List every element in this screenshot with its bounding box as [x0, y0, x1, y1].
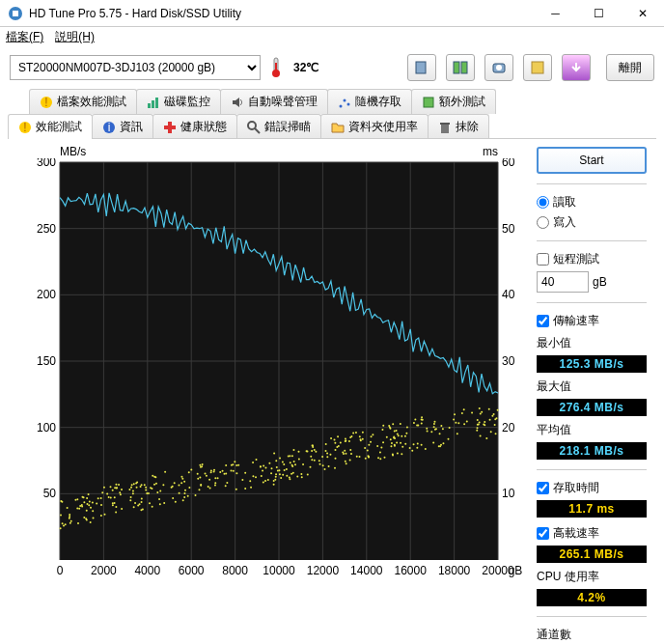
svg-point-208	[349, 449, 351, 451]
svg-point-405	[140, 486, 142, 488]
svg-point-410	[85, 518, 87, 519]
svg-point-383	[79, 505, 81, 507]
svg-point-399	[282, 474, 284, 476]
transfer-rate-checkbox[interactable]: 傳輸速率	[537, 313, 647, 329]
svg-point-352	[217, 477, 219, 479]
svg-point-286	[394, 431, 396, 433]
close-button[interactable]: ✕	[621, 0, 664, 27]
maximize-button[interactable]: ☐	[577, 0, 621, 27]
svg-point-449	[270, 472, 272, 474]
svg-point-439	[241, 479, 243, 481]
svg-point-438	[377, 457, 379, 459]
svg-point-314	[371, 435, 373, 437]
access-value: 11.7 ms	[537, 500, 647, 518]
svg-text:!: !	[44, 96, 47, 109]
svg-point-123	[280, 477, 282, 479]
tab-benchmark[interactable]: !效能測試	[8, 114, 93, 139]
tab-disk-monitor[interactable]: 磁碟監控	[136, 89, 221, 114]
svg-point-362	[214, 484, 216, 486]
tab-file-benchmark[interactable]: !檔案效能測試	[29, 89, 137, 114]
tab-aam[interactable]: 自動噪聲管理	[220, 89, 328, 114]
exit-button[interactable]: 離開	[606, 54, 654, 81]
max-value: 276.4 MB/s	[537, 399, 647, 416]
svg-point-344	[318, 460, 320, 462]
svg-point-85	[112, 504, 114, 506]
svg-point-113	[413, 443, 415, 445]
svg-point-380	[89, 500, 91, 502]
svg-point-285	[426, 428, 428, 430]
svg-point-133	[400, 423, 401, 425]
svg-point-72	[87, 503, 89, 505]
short-test-checkbox[interactable]: 短程測試	[537, 251, 647, 267]
svg-point-328	[476, 430, 478, 432]
svg-rect-7	[461, 62, 467, 73]
drive-select[interactable]: ST20000NM007D-3DJ103 (20000 gB)	[10, 55, 261, 80]
svg-point-218	[96, 503, 97, 505]
svg-point-17	[344, 98, 346, 101]
svg-point-26	[248, 122, 256, 129]
svg-point-166	[145, 487, 147, 489]
svg-point-417	[69, 518, 70, 519]
tab-erase[interactable]: 抹除	[428, 114, 489, 139]
menu-help[interactable]: 説明(H)	[55, 29, 95, 44]
svg-point-204	[379, 458, 381, 460]
tab-random-access[interactable]: 隨機存取	[327, 89, 412, 114]
svg-point-382	[263, 464, 264, 466]
short-test-size-input[interactable]	[537, 271, 589, 293]
svg-point-207	[181, 478, 183, 480]
tab-info[interactable]: i資訊	[92, 114, 153, 139]
svg-point-245	[329, 454, 331, 456]
svg-point-191	[171, 487, 173, 489]
svg-text:100: 100	[37, 421, 56, 434]
svg-point-333	[494, 424, 496, 426]
read-radio[interactable]: 讀取	[537, 194, 647, 210]
svg-point-456	[345, 439, 346, 441]
svg-point-341	[275, 473, 277, 475]
svg-point-145	[294, 463, 296, 465]
svg-point-402	[134, 502, 136, 504]
svg-point-366	[225, 464, 227, 466]
start-button[interactable]: Start	[537, 147, 647, 174]
svg-point-455	[490, 431, 492, 433]
svg-point-247	[210, 471, 212, 473]
svg-point-276	[209, 488, 211, 490]
svg-point-347	[274, 479, 276, 481]
svg-point-237	[164, 471, 166, 473]
access-time-checkbox[interactable]: 存取時間	[537, 480, 647, 496]
tab-folder-usage[interactable]: 資料夾使用率	[320, 114, 429, 139]
svg-point-368	[136, 487, 138, 489]
burst-rate-checkbox[interactable]: 高載速率	[537, 525, 647, 542]
svg-point-70	[310, 456, 312, 458]
write-radio[interactable]: 寫入	[537, 214, 647, 231]
svg-point-224	[416, 447, 418, 449]
tab-extra-tests[interactable]: 額外測試	[411, 89, 496, 114]
svg-point-252	[485, 437, 487, 439]
svg-point-146	[345, 437, 346, 439]
save-button[interactable]	[562, 54, 591, 81]
minimize-button[interactable]: ─	[534, 0, 577, 27]
svg-point-407	[150, 487, 152, 489]
svg-point-257	[208, 486, 209, 488]
svg-point-294	[69, 514, 70, 516]
svg-point-448	[394, 437, 396, 439]
svg-point-223	[141, 498, 143, 500]
benchmark-chart: MB/s ms 50100150200250300102030405060 02…	[17, 145, 529, 644]
copy-info-button[interactable]	[407, 54, 436, 81]
svg-point-263	[345, 453, 346, 455]
svg-point-153	[307, 474, 309, 476]
svg-point-457	[435, 428, 437, 430]
svg-point-446	[288, 456, 290, 458]
menu-file[interactable]: 檔案(F)	[6, 29, 43, 44]
svg-point-301	[225, 485, 227, 487]
svg-point-388	[159, 490, 161, 491]
svg-point-149	[90, 507, 92, 509]
copy-screenshot-button[interactable]	[446, 54, 475, 81]
tab-health[interactable]: 健康狀態	[152, 114, 237, 139]
tab-error-scan[interactable]: 錯誤掃瞄	[236, 114, 321, 139]
options-button[interactable]	[523, 54, 552, 81]
svg-point-281	[103, 487, 105, 489]
save-screenshot-button[interactable]	[484, 54, 513, 81]
svg-point-210	[129, 499, 131, 501]
svg-point-61	[397, 452, 399, 454]
svg-point-240	[92, 510, 94, 512]
